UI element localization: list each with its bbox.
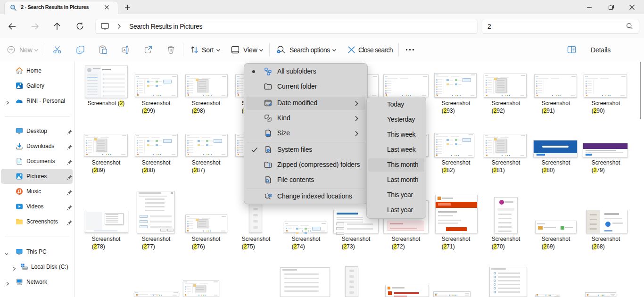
svg-text:A: A: [123, 48, 125, 52]
